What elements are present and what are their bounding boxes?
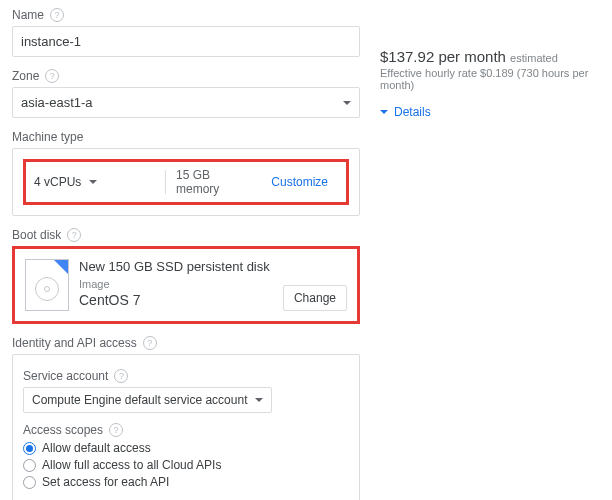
help-icon[interactable]: ?	[109, 423, 123, 437]
name-input[interactable]	[12, 26, 360, 57]
radio-icon	[23, 442, 36, 455]
machine-type-box: 4 vCPUs 15 GB memory Customize	[12, 148, 360, 216]
zone-select[interactable]: asia-east1-a	[12, 87, 360, 118]
service-account-select[interactable]: Compute Engine default service account	[23, 387, 272, 413]
disk-icon	[25, 259, 69, 311]
service-account-label: Service account?	[23, 369, 349, 383]
scope-radio-each[interactable]: Set access for each API	[23, 475, 349, 489]
change-button[interactable]: Change	[283, 285, 347, 311]
scope-radio-full[interactable]: Allow full access to all Cloud APIs	[23, 458, 349, 472]
radio-icon	[23, 476, 36, 489]
help-icon[interactable]: ?	[67, 228, 81, 242]
zone-label: Zone?	[12, 69, 360, 83]
boot-disk-sublabel: Image	[79, 278, 273, 290]
boot-disk-title: New 150 GB SSD persistent disk	[79, 259, 273, 274]
help-icon[interactable]: ?	[143, 336, 157, 350]
boot-disk-label: Boot disk?	[12, 228, 360, 242]
vcpu-select[interactable]: 4 vCPUs	[34, 170, 105, 194]
help-icon[interactable]: ?	[114, 369, 128, 383]
help-icon[interactable]: ?	[50, 8, 64, 22]
memory-text: 15 GB memory	[166, 168, 253, 196]
customize-link[interactable]: Customize	[253, 175, 346, 189]
name-label: Name?	[12, 8, 360, 22]
radio-icon	[23, 459, 36, 472]
scope-radio-default[interactable]: Allow default access	[23, 441, 349, 455]
help-icon[interactable]: ?	[45, 69, 59, 83]
identity-label: Identity and API access?	[12, 336, 360, 350]
boot-disk-box: New 150 GB SSD persistent disk Image Cen…	[12, 246, 360, 324]
access-scopes-label: Access scopes?	[23, 423, 349, 437]
price-text: $137.92 per month estimated	[380, 48, 604, 65]
details-link[interactable]: Details	[380, 105, 604, 119]
boot-disk-image: CentOS 7	[79, 292, 273, 308]
rate-text: Effective hourly rate $0.189 (730 hours …	[380, 67, 604, 91]
machine-type-label: Machine type	[12, 130, 360, 144]
